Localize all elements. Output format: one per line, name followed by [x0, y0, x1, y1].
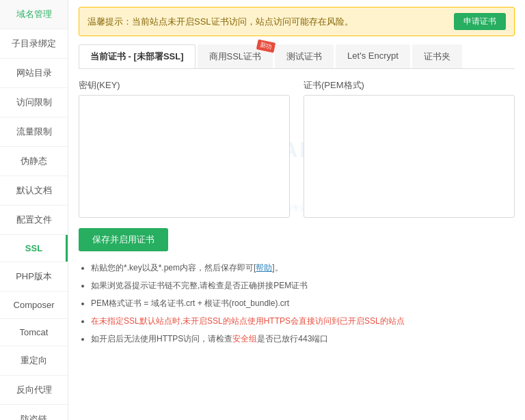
- sidebar-item-traffic-limit[interactable]: 流量限制: [0, 117, 68, 147]
- sidebar-item-redirect[interactable]: 重定向: [0, 346, 68, 376]
- note-item: 在未指定SSL默认站点时,未开启SSL的站点使用HTTPS会直接访问到已开启SS…: [91, 313, 515, 329]
- sidebar-item-label: 配置文件: [16, 214, 52, 225]
- cert-label: 证书(PEM格式): [304, 79, 515, 92]
- sidebar-item-ssl[interactable]: SSL: [0, 235, 68, 262]
- sidebar-item-label: 重定向: [21, 355, 47, 365]
- save-cert-button[interactable]: 保存并启用证书: [79, 228, 168, 251]
- cert-textarea[interactable]: [304, 95, 515, 218]
- sidebar-item-access-limit[interactable]: 访问限制: [0, 88, 68, 117]
- sidebar-item-label: 反向代理: [16, 384, 52, 395]
- sidebar-item-label: 访问限制: [16, 97, 52, 107]
- note-item: 如开启后无法使用HTTPS访问，请检查安全组是否已放行443端口: [91, 331, 515, 347]
- note-item: 如果浏览器提示证书链不完整,请检查是否正确拼接PEM证书: [91, 277, 515, 294]
- tab-current-cert[interactable]: 当前证书 - [未部署SSL]: [79, 44, 196, 68]
- help-link[interactable]: 帮助: [256, 263, 272, 272]
- cert-form-group: 证书(PEM格式): [304, 79, 515, 220]
- notes-list: 粘贴您的*.key以及*.pem内容，然后保存即可[帮助]。 如果浏览器提示证书…: [79, 260, 515, 347]
- key-textarea[interactable]: [79, 95, 290, 218]
- sidebar-item-reverse-proxy[interactable]: 反向代理: [0, 376, 68, 405]
- sidebar-item-tomcat[interactable]: Tomcat: [0, 319, 68, 346]
- cert-form-row: TALK 云说 -www.idctalk.com-国内专业云计算交流服务平台- …: [79, 79, 515, 220]
- sidebar-item-config-file[interactable]: 配置文件: [0, 206, 68, 235]
- sidebar-item-label: 防盗链: [21, 414, 47, 420]
- apply-cert-button[interactable]: 申请证书: [454, 13, 506, 30]
- sidebar-item-label: 流量限制: [16, 126, 52, 137]
- sidebar-item-label: 域名管理: [16, 9, 52, 19]
- sidebar-item-website-dir[interactable]: 网站目录: [0, 59, 68, 88]
- tab-lets-encrypt[interactable]: Let's Encrypt: [336, 44, 410, 68]
- warning-text: 温馨提示：当前站点未开启SSL证书访问，站点访问可能存在风险。: [88, 16, 353, 28]
- tab-test-cert[interactable]: 测试证书: [275, 44, 334, 68]
- tab-cert-folder[interactable]: 证书夹: [412, 44, 462, 68]
- note-item: 粘贴您的*.key以及*.pem内容，然后保存即可[帮助]。: [91, 260, 515, 276]
- tab-commercial-ssl[interactable]: 商用SSL证书 新功: [198, 44, 273, 68]
- sidebar-item-composer[interactable]: Composer: [0, 292, 68, 319]
- key-form-group: 密钥(KEY): [79, 79, 290, 220]
- sidebar-item-label: PHP版本: [16, 271, 52, 281]
- note-item: PEM格式证书 = 域名证书.crt + 根证书(root_bundle).cr…: [91, 295, 515, 311]
- sidebar-item-domain-mgmt[interactable]: 域名管理: [0, 0, 68, 29]
- sidebar-item-label: 伪静态: [21, 156, 47, 166]
- sidebar-item-subdir-bind[interactable]: 子目录绑定: [0, 29, 68, 59]
- sidebar: 域名管理 子目录绑定 网站目录 访问限制 流量限制 伪静态 默认文档 配置文件 …: [0, 0, 68, 420]
- sidebar-item-label: 子目录绑定: [12, 38, 56, 48]
- main-content: 温馨提示：当前站点未开启SSL证书访问，站点访问可能存在风险。 申请证书 当前证…: [68, 0, 525, 420]
- sidebar-item-label: 网站目录: [16, 68, 52, 78]
- sidebar-item-default-doc[interactable]: 默认文档: [0, 176, 68, 206]
- sidebar-item-php-version[interactable]: PHP版本: [0, 262, 68, 292]
- sidebar-item-label: SSL: [25, 243, 42, 253]
- sidebar-item-label: Composer: [14, 300, 55, 310]
- warning-bar: 温馨提示：当前站点未开启SSL证书访问，站点访问可能存在风险。 申请证书: [79, 7, 515, 36]
- sidebar-item-label: Tomcat: [20, 327, 49, 337]
- sidebar-item-hotlink-protect[interactable]: 防盗链: [0, 405, 68, 420]
- sidebar-item-label: 默认文档: [16, 185, 52, 195]
- key-label: 密钥(KEY): [79, 79, 290, 92]
- tab-bar: 当前证书 - [未部署SSL] 商用SSL证书 新功 测试证书 Let's En…: [79, 44, 515, 69]
- sidebar-item-pseudo-static[interactable]: 伪静态: [0, 147, 68, 176]
